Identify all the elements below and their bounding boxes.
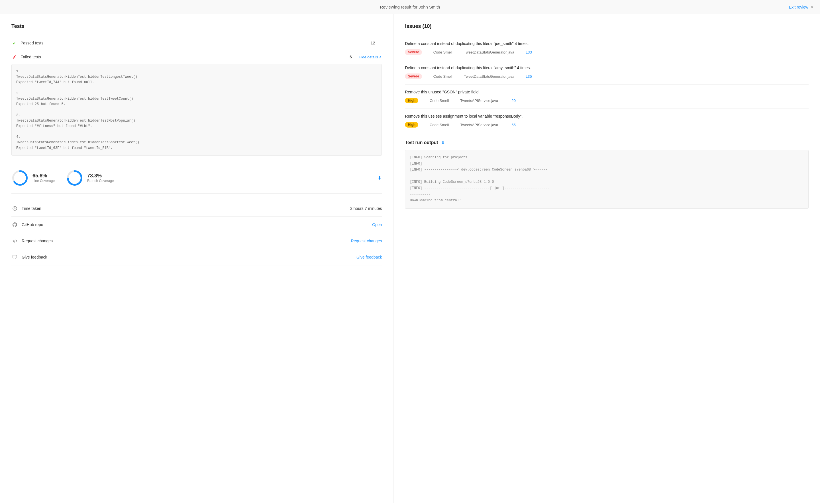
failed-tests-count: 6 xyxy=(349,55,352,59)
issue-item-3: Remove this useless assignment to local … xyxy=(405,109,809,133)
give-feedback-label: Give feedback xyxy=(22,255,356,259)
request-changes-row: Request changes Request changes xyxy=(11,233,382,249)
time-taken-row: Time taken 2 hours 7 minutes xyxy=(11,200,382,217)
failed-tests-label: Failed tests xyxy=(21,55,349,59)
svg-line-5 xyxy=(15,239,15,242)
tests-section-title: Tests xyxy=(11,23,382,29)
coverage-section: 65.6% Line Coverage 73.3% Branch Coverag… xyxy=(11,163,382,194)
close-icon[interactable]: × xyxy=(811,5,813,10)
issue-item-1: Define a constant instead of duplicating… xyxy=(405,60,809,85)
issue-description-1: Define a constant instead of duplicating… xyxy=(405,65,809,70)
line-coverage-chart xyxy=(11,169,28,187)
issues-section-title: Issues (10) xyxy=(405,23,809,29)
github-repo-label: GitHub repo xyxy=(22,222,372,227)
line-coverage-label: Line Coverage xyxy=(32,179,55,183)
issue-file-3: TweetsAPIService.java xyxy=(460,123,498,127)
line-coverage-item: 65.6% Line Coverage xyxy=(11,169,55,187)
output-download-icon[interactable]: ⬇ xyxy=(441,140,445,145)
branch-coverage-info: 73.3% Branch Coverage xyxy=(87,173,114,183)
issue-line-0[interactable]: L33 xyxy=(526,50,532,54)
passed-tests-count: 12 xyxy=(371,41,375,45)
branch-coverage-label: Branch Coverage xyxy=(87,179,114,183)
line-coverage-percent: 65.6% xyxy=(32,173,55,179)
issue-severity-badge-0: Severe xyxy=(405,49,422,55)
passed-tests-label: Passed tests xyxy=(21,41,371,45)
code-icon xyxy=(11,237,18,244)
issue-line-2[interactable]: L20 xyxy=(510,99,516,103)
main-content: Tests ✓ Passed tests 12 ✗ Failed tests 6… xyxy=(0,14,820,503)
issue-meta-0: Severe Code Smell TweetDataStatsGenerato… xyxy=(405,49,809,55)
svg-rect-6 xyxy=(13,255,17,258)
right-panel: Issues (10) Define a constant instead of… xyxy=(393,14,820,503)
github-repo-row: GitHub repo Open xyxy=(11,217,382,233)
fail-icon: ✗ xyxy=(11,54,17,60)
issue-type-0: Code Smell xyxy=(434,50,453,54)
failed-tests-row: ✗ Failed tests 6 Hide details ∧ xyxy=(11,50,382,64)
issue-meta-3: High Code Smell TweetsAPIService.java L5… xyxy=(405,122,809,128)
chat-icon xyxy=(11,254,18,261)
output-section: Test run output ⬇ [INFO] Scanning for pr… xyxy=(405,140,809,209)
issue-description-2: Remove this unused "GSON" private field. xyxy=(405,90,809,94)
issue-description-3: Remove this useless assignment to local … xyxy=(405,114,809,118)
output-text: [INFO] Scanning for projects... [INFO] [… xyxy=(410,155,804,204)
header: Reviewing result for John Smith Exit rev… xyxy=(0,0,820,14)
issue-meta-1: Severe Code Smell TweetDataStatsGenerato… xyxy=(405,73,809,79)
output-block: [INFO] Scanning for projects... [INFO] [… xyxy=(405,150,809,209)
exit-review-button[interactable]: Exit review xyxy=(789,5,808,9)
coverage-download-icon[interactable]: ⬇ xyxy=(377,175,382,181)
request-changes-label: Request changes xyxy=(22,239,351,243)
issue-file-2: TweetsAPIService.java xyxy=(460,99,498,103)
give-feedback-row: Give feedback Give feedback xyxy=(11,249,382,265)
output-header: Test run output ⬇ xyxy=(405,140,809,145)
branch-coverage-percent: 73.3% xyxy=(87,173,114,179)
issue-line-1[interactable]: L35 xyxy=(526,74,532,79)
issue-type-2: Code Smell xyxy=(430,99,449,103)
output-title: Test run output xyxy=(405,140,438,145)
issue-item-2: Remove this unused "GSON" private field.… xyxy=(405,85,809,109)
code-output-text: 1. TweetsDataStatsGeneratorHiddenTest.hi… xyxy=(16,69,377,151)
pass-icon: ✓ xyxy=(11,40,17,46)
issue-type-1: Code Smell xyxy=(434,74,453,79)
header-title: Reviewing result for John Smith xyxy=(380,5,440,9)
issue-file-1: TweetDataStatsGenerator.java xyxy=(464,74,514,79)
header-actions: Exit review × xyxy=(789,5,813,10)
issue-description-0: Define a constant instead of duplicating… xyxy=(405,41,809,46)
issue-line-3[interactable]: L55 xyxy=(510,123,516,127)
github-icon xyxy=(11,221,18,228)
issue-severity-badge-2: High xyxy=(405,98,418,103)
issue-type-3: Code Smell xyxy=(430,123,449,127)
branch-coverage-item: 73.3% Branch Coverage xyxy=(66,169,114,187)
branch-coverage-chart xyxy=(66,169,83,187)
issue-severity-badge-3: High xyxy=(405,122,418,128)
issue-severity-badge-1: Severe xyxy=(405,73,422,79)
meta-rows: Time taken 2 hours 7 minutes GitHub repo… xyxy=(11,200,382,265)
github-repo-link[interactable]: Open xyxy=(372,222,382,227)
time-taken-label: Time taken xyxy=(22,206,350,211)
issues-list: Define a constant instead of duplicating… xyxy=(405,36,809,133)
failed-tests-output: 1. TweetsDataStatsGeneratorHiddenTest.hi… xyxy=(11,64,382,156)
give-feedback-link[interactable]: Give feedback xyxy=(356,255,382,259)
hide-details-button[interactable]: Hide details ∧ xyxy=(359,55,382,59)
issue-meta-2: High Code Smell TweetsAPIService.java L2… xyxy=(405,98,809,103)
issue-file-0: TweetDataStatsGenerator.java xyxy=(464,50,514,54)
request-changes-link[interactable]: Request changes xyxy=(351,239,382,243)
left-panel: Tests ✓ Passed tests 12 ✗ Failed tests 6… xyxy=(0,14,393,503)
issue-item-0: Define a constant instead of duplicating… xyxy=(405,36,809,60)
passed-tests-row: ✓ Passed tests 12 xyxy=(11,36,382,50)
line-coverage-info: 65.6% Line Coverage xyxy=(32,173,55,183)
clock-icon xyxy=(11,205,18,212)
time-taken-value: 2 hours 7 minutes xyxy=(350,206,382,211)
